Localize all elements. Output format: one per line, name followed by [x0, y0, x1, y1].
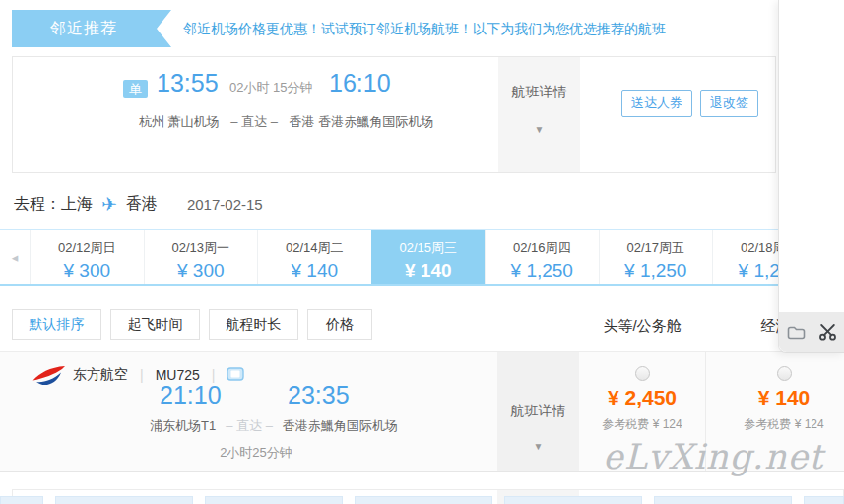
fare-price: ¥ 140 [706, 386, 844, 410]
date-cell-0217[interactable]: 02/17周五 ¥ 1,250 [599, 230, 713, 284]
date-cell-0213[interactable]: 02/13周一 ¥ 300 [144, 230, 258, 284]
trip-from-city: 上海 [61, 194, 93, 215]
clipped-strip-segment [355, 496, 492, 504]
arrive-time: 16:10 [329, 69, 391, 97]
arrive-time: 23:35 [288, 381, 350, 410]
depart-time: 21:10 [160, 381, 222, 410]
cabin-header-business: 头等/公务舱 [579, 317, 705, 336]
recommended-flight-card: 单 13:55 02小时 15分钟 16:10 杭州 萧山机场 – 直达 – 香… [12, 56, 776, 173]
fare-tax-note: 参考税费 ¥ 124 [579, 416, 705, 433]
date-label: 02/15周三 [372, 239, 486, 257]
route-via: – 直达 – [230, 114, 278, 129]
nearby-recommendation-banner: 邻近推荐 邻近机场价格更优惠！试试预订邻近机场航班！以下为我们为您优选推荐的航班 [0, 10, 844, 47]
date-cell-0212[interactable]: 02/12周日 ¥ 300 [30, 230, 144, 284]
trip-to-city: 香港 [126, 194, 158, 215]
flight-details-toggle[interactable]: 航班详情 ▼ [498, 57, 580, 172]
fare-radio-business[interactable] [635, 366, 650, 381]
depart-time: 13:55 [157, 69, 219, 97]
sort-default-button[interactable]: 默认排序 [12, 309, 101, 340]
flight-details-label: 航班详情 [497, 403, 579, 420]
date-cell-0214[interactable]: 02/14周二 ¥ 140 [257, 230, 371, 284]
sort-depart-time-button[interactable]: 起飞时间 [110, 309, 200, 340]
arrive-airport: 香港赤鱲角国际机场 [283, 417, 398, 435]
clipped-strip-segment [654, 496, 792, 504]
card-buttons: 送达人券 退改签 [621, 90, 758, 117]
flight-result-row: 东方航空 | MU725 | 21:10 23:35 浦东机场T1 – 直达 –… [0, 351, 844, 472]
date-label: 02/13周一 [145, 239, 258, 257]
route-via: – 直达 – [226, 417, 273, 435]
flight-duration: 2小时25分钟 [177, 444, 335, 462]
voucher-button[interactable]: 送达人券 [621, 90, 692, 117]
date-price: ¥ 1,250 [486, 260, 599, 282]
sort-duration-button[interactable]: 航程时长 [209, 309, 298, 340]
screenshot-tool-overlay [778, 0, 844, 353]
flight-details-toggle[interactable]: 航班详情 ▼ [497, 352, 579, 471]
route-to: 香港 香港赤鱲角国际机场 [290, 114, 434, 129]
clipped-strip-segment [804, 496, 844, 504]
date-cell-0215-selected[interactable]: 02/15周三 ¥ 140 [371, 230, 486, 284]
route-from: 杭州 萧山机场 [139, 114, 220, 129]
sort-price-button[interactable]: 价格 [307, 309, 372, 340]
flight-search-page: 邻近推荐 邻近机场价格更优惠！试试预订邻近机场航班！以下为我们为您优选推荐的航班… [0, 0, 844, 504]
plane-icon: ✈ [101, 193, 117, 216]
airline-name: 东方航空 [73, 366, 128, 384]
date-label: 02/14周二 [258, 239, 371, 257]
trip-direction-label: 去程： [14, 194, 61, 215]
date-cells: 02/12周日 ¥ 300 02/13周一 ¥ 300 02/14周二 ¥ 14… [30, 230, 826, 284]
airports-line: 浦东机场T1 – 直达 – 香港赤鱲角国际机场 [150, 417, 398, 435]
chevron-down-icon: ▼ [498, 124, 580, 135]
date-price: ¥ 140 [372, 260, 486, 282]
fare-economy: ¥ 140 参考税费 ¥ 124 [706, 352, 844, 471]
scissors-icon[interactable] [818, 324, 837, 341]
chevron-down-icon: ▼ [497, 441, 579, 452]
refund-policy-button[interactable]: 退改签 [700, 90, 758, 117]
clipped-strip-segment [504, 496, 642, 504]
clipped-strip-segment [55, 496, 193, 504]
flight-duration: 02小时 15分钟 [229, 79, 313, 96]
date-price: ¥ 140 [258, 260, 371, 282]
mobile-checkin-icon [227, 367, 244, 384]
date-price: ¥ 300 [145, 260, 258, 282]
trip-date: 2017-02-15 [187, 196, 263, 213]
fare-tax-note: 参考税费 ¥ 124 [706, 416, 844, 433]
depart-airport: 浦东机场T1 [150, 417, 216, 435]
clipped-strip-segment [205, 496, 343, 504]
chevron-left-icon[interactable]: ◂ [0, 230, 30, 284]
fare-business: ¥ 2,450 参考税费 ¥ 124 [579, 352, 705, 471]
clipped-strip-segment [0, 496, 43, 504]
route-line: 杭州 萧山机场 – 直达 – 香港 香港赤鱲角国际机场 [139, 113, 433, 131]
sort-bar: 默认排序 起飞时间 航程时长 价格 [12, 309, 372, 340]
date-price: ¥ 1,250 [600, 260, 713, 282]
date-price-strip: ◂ 02/12周日 ¥ 300 02/13周一 ¥ 300 02/14周二 ¥ … [0, 229, 844, 286]
banner-message: 邻近机场价格更优惠！试试预订邻近机场航班！以下为我们为您优选推荐的航班 [183, 10, 666, 47]
fare-price: ¥ 2,450 [579, 386, 705, 410]
date-label: 02/12周日 [31, 239, 144, 257]
date-label: 02/17周五 [600, 239, 713, 257]
china-eastern-logo-icon [32, 365, 67, 397]
date-price: ¥ 300 [31, 260, 144, 282]
date-label: 02/16周四 [486, 239, 599, 257]
oneway-badge: 单 [123, 80, 148, 98]
flight-details-label: 航班详情 [498, 84, 580, 101]
banner-ribbon-badge: 邻近推荐 [12, 10, 171, 47]
folder-icon[interactable] [787, 325, 806, 341]
screenshot-toolbar [779, 312, 844, 352]
separator: | [140, 367, 144, 383]
trip-header: 去程： 上海 ✈ 香港 2017-02-15 [14, 193, 263, 216]
date-cell-0216[interactable]: 02/16周四 ¥ 1,250 [485, 230, 599, 284]
fare-radio-economy[interactable] [777, 366, 792, 381]
